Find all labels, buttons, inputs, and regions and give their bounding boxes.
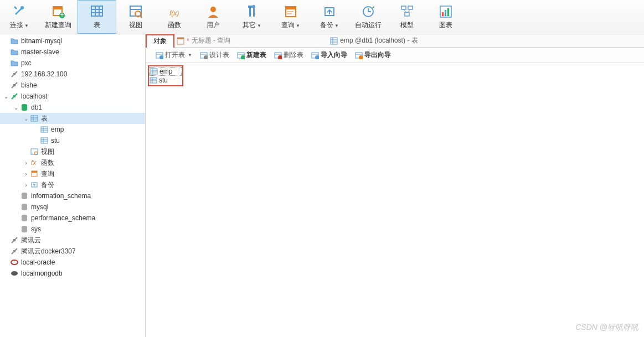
subtool-export[interactable]: 导出向导 <box>355 50 391 60</box>
tab-objects[interactable]: 对象 <box>146 34 174 48</box>
tree-emp[interactable]: emp <box>0 124 145 135</box>
table-list-highlight: empstu <box>148 65 183 86</box>
expand-icon[interactable]: ⌄ <box>2 94 10 100</box>
toolbar-query[interactable]: 查询▼ <box>271 0 310 34</box>
toolbar-model[interactable]: 模型 <box>388 0 426 34</box>
tab-untitled-query[interactable]: * 无标题 - 查询 <box>177 36 230 45</box>
tree-表[interactable]: ⌄表 <box>0 113 145 124</box>
tree-stu[interactable]: stu <box>0 135 145 146</box>
svg-rect-29 <box>408 6 413 9</box>
table-icon <box>150 76 157 84</box>
tree-localhost[interactable]: ⌄localhost <box>0 91 145 102</box>
tree-查询[interactable]: ›查询 <box>0 168 145 179</box>
tree-mysql[interactable]: mysql <box>0 201 145 212</box>
toolbar-table[interactable]: 表 <box>78 0 116 34</box>
svg-rect-16 <box>249 7 251 17</box>
tab-emp-detail[interactable]: emp @db1 (localhost) - 表 <box>330 36 418 45</box>
svg-rect-57 <box>32 171 37 173</box>
toolbar-backup[interactable]: 备份▼ <box>310 0 349 34</box>
svg-line-32 <box>407 9 410 13</box>
backup-icon <box>322 4 337 19</box>
tree-备份[interactable]: ›备份 <box>0 179 145 190</box>
svg-rect-63 <box>13 239 16 241</box>
backup-s-icon <box>30 180 39 189</box>
query-icon <box>283 4 298 19</box>
tree-bishe[interactable]: bishe <box>0 80 145 91</box>
tree-pxc[interactable]: pxc <box>0 58 145 69</box>
conn-off-icon <box>10 236 19 245</box>
connection-tree: bitnami-mysqlmaster-slavepxc192.168.32.1… <box>0 34 146 337</box>
svg-point-65 <box>11 260 18 265</box>
expand-icon[interactable]: › <box>22 171 30 177</box>
svg-rect-68 <box>177 38 184 39</box>
list-item-stu[interactable]: stu <box>150 76 182 85</box>
toolbar-newquery[interactable]: +新建查询 <box>39 0 78 34</box>
query-icon <box>177 37 184 45</box>
svg-point-75 <box>159 55 163 59</box>
view-s-icon <box>30 147 39 156</box>
svg-text:fx: fx <box>31 159 37 167</box>
svg-point-0 <box>20 6 24 9</box>
expand-icon[interactable]: › <box>22 182 30 188</box>
svg-rect-69 <box>331 38 337 44</box>
tree-sys[interactable]: sys <box>0 224 145 235</box>
svg-rect-2 <box>53 7 62 9</box>
delete-icon <box>274 51 282 59</box>
tree-information_schema[interactable]: information_schema <box>0 190 145 201</box>
open-icon <box>156 51 163 59</box>
db-off-icon <box>20 225 29 234</box>
svg-rect-28 <box>401 6 406 9</box>
sub-toolbar: 打开表▼设计表新建表删除表导入向导导出向导 <box>146 48 644 63</box>
svg-rect-18 <box>248 6 252 8</box>
watermark: CSDN @呀吼呀吼 <box>575 323 638 333</box>
svg-line-31 <box>404 9 407 13</box>
expand-icon[interactable]: ⌄ <box>22 116 30 122</box>
tree-192.168.32.100[interactable]: 192.168.32.100 <box>0 69 145 80</box>
toolbar-user[interactable]: 用户 <box>194 0 233 34</box>
toolbar-plug[interactable]: 连接▼ <box>0 0 39 34</box>
tree-视图[interactable]: 视图 <box>0 146 145 157</box>
tree-腾讯云docker3307[interactable]: 腾讯云docker3307 <box>0 246 145 257</box>
svg-rect-95 <box>150 77 157 83</box>
toolbar-fx[interactable]: f(x)函数 <box>155 0 194 34</box>
tree-函数[interactable]: ›fx函数 <box>0 157 145 168</box>
import-icon <box>311 51 319 59</box>
tree-db1[interactable]: ⌄db1 <box>0 102 145 113</box>
svg-rect-35 <box>445 10 446 16</box>
subtool-open[interactable]: 打开表▼ <box>156 50 192 60</box>
tree-master-slave[interactable]: master-slave <box>0 46 145 58</box>
svg-text:+: + <box>60 11 64 19</box>
tree-local-oracle[interactable]: local-oracle <box>0 257 145 268</box>
list-item-emp[interactable]: emp <box>150 67 182 76</box>
svg-rect-37 <box>13 73 16 75</box>
mongo-icon <box>10 269 19 278</box>
fx-s-icon: fx <box>30 158 39 167</box>
plug-icon <box>12 4 27 19</box>
subtool-import[interactable]: 导入向导 <box>311 50 347 60</box>
svg-point-78 <box>204 55 208 59</box>
subtool-new[interactable]: 新建表 <box>237 50 266 60</box>
svg-point-87 <box>315 55 319 59</box>
conn-off-icon <box>10 81 19 90</box>
toolbar-auto[interactable]: 自动运行 <box>349 0 388 34</box>
tab-bar: 对象 * 无标题 - 查询 emp @db1 (localhost) - 表 <box>146 34 644 48</box>
subtool-design[interactable]: 设计表 <box>200 50 229 60</box>
subtool-delete[interactable]: 删除表 <box>274 50 303 60</box>
tree-bitnami-mysql[interactable]: bitnami-mysql <box>0 35 145 46</box>
svg-rect-91 <box>151 69 157 74</box>
chart-icon <box>438 4 454 19</box>
toolbar-view[interactable]: 视图 <box>116 0 155 34</box>
export-icon <box>355 51 363 59</box>
toolbar-tools[interactable]: 其它▼ <box>233 0 271 34</box>
tree-腾讯云[interactable]: 腾讯云 <box>0 235 145 246</box>
conn-off-icon <box>10 247 19 256</box>
conn-on-icon <box>10 92 19 101</box>
expand-icon[interactable]: ⌄ <box>12 105 20 111</box>
toolbar-chart[interactable]: 图表 <box>426 0 465 34</box>
db-off-icon <box>20 191 29 200</box>
tree-localmongodb[interactable]: localmongodb <box>0 268 145 279</box>
table-s-icon <box>30 114 39 123</box>
tree-performance_schema[interactable]: performance_schema <box>0 212 145 224</box>
expand-icon[interactable]: › <box>22 160 30 166</box>
view-icon <box>128 4 143 19</box>
